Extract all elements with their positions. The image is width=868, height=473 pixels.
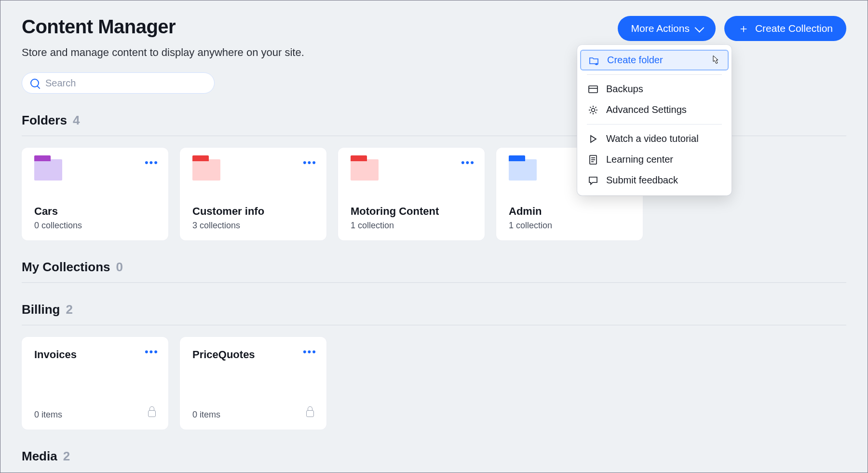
section-title-my-collections: My Collections [22,260,110,275]
folder-name: Cars [34,205,156,218]
plus-icon: ＋ [738,23,749,34]
dropdown-label: Learning center [606,154,673,165]
svg-rect-0 [589,86,597,93]
search-icon [30,79,39,87]
section-count-media: 2 [63,449,70,464]
folder-sub: 1 collection [509,221,630,231]
card-more-icon[interactable]: ••• [461,157,475,168]
collection-name: Invoices [34,348,156,361]
folder-sub: 1 collection [351,221,472,231]
chevron-down-icon [694,23,704,33]
folder-card[interactable]: ••• Cars 0 collections [22,148,168,240]
collection-card[interactable]: ••• Invoices 0 items [22,337,168,430]
collection-name: PriceQuotes [192,348,314,361]
page-subtitle: Store and manage content to display anyw… [22,46,304,59]
folder-icon [509,159,537,181]
dropdown-label: Watch a video tutorial [606,133,699,144]
more-actions-dropdown: Create folder Backups Advanced [577,45,732,195]
dropdown-separator [587,74,722,75]
folder-name: Customer info [192,205,314,218]
dropdown-item-backups[interactable]: Backups [577,79,732,99]
search-input[interactable] [22,72,215,94]
folder-card[interactable]: ••• Customer info 3 collections [180,148,326,240]
folder-sub: 0 collections [34,221,156,231]
svg-point-2 [592,108,595,111]
section-title-folders: Folders [22,113,67,128]
dropdown-item-create-folder[interactable]: Create folder [580,50,729,70]
collection-sub: 0 items [192,410,220,420]
more-actions-label: More Actions [631,23,690,34]
collection-card[interactable]: ••• PriceQuotes 0 items [180,337,326,430]
dropdown-item-learning-center[interactable]: Learning center [577,149,732,170]
page-title: Content Manager [22,16,304,38]
card-more-icon[interactable]: ••• [303,347,317,357]
lock-icon [148,410,156,417]
dropdown-item-submit-feedback[interactable]: Submit feedback [577,170,732,191]
section-title-media: Media [22,449,57,464]
play-icon [588,134,598,144]
dropdown-separator [587,124,722,125]
card-more-icon[interactable]: ••• [145,347,159,357]
section-count-billing: 2 [66,302,72,317]
folder-icon [192,159,220,181]
card-more-icon[interactable]: ••• [303,157,317,168]
backups-icon [588,84,598,95]
section-count-my-collections: 0 [116,260,122,275]
card-more-icon[interactable]: ••• [145,157,159,168]
folder-name: Motoring Content [351,205,472,218]
dropdown-label: Advanced Settings [606,104,687,115]
document-icon [588,154,598,165]
dropdown-label: Submit feedback [606,175,678,186]
section-divider [22,282,846,283]
dropdown-item-advanced-settings[interactable]: Advanced Settings [577,99,732,120]
dropdown-item-watch-tutorial[interactable]: Watch a video tutorial [577,128,732,149]
dropdown-label: Backups [606,83,643,95]
folder-icon [351,159,379,181]
folder-name: Admin [509,205,630,218]
gear-icon [588,105,598,115]
folder-card[interactable]: ••• Motoring Content 1 collection [338,148,485,240]
dropdown-label: Create folder [607,55,663,66]
section-count-folders: 4 [73,113,80,128]
folder-icon [34,159,62,181]
chat-icon [588,175,598,186]
cursor-icon [710,55,720,69]
section-divider [22,325,846,325]
more-actions-button[interactable]: More Actions [618,16,716,41]
folder-sub: 3 collections [192,221,314,231]
lock-icon [306,410,314,417]
create-collection-label: Create Collection [755,23,833,34]
folder-plus-icon [589,55,599,66]
section-title-billing: Billing [22,302,60,317]
collection-sub: 0 items [34,410,62,420]
create-collection-button[interactable]: ＋ Create Collection [724,16,846,41]
